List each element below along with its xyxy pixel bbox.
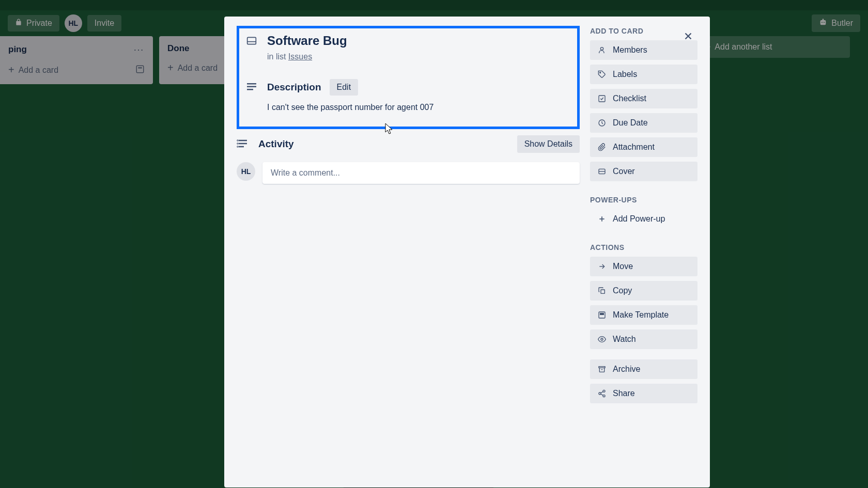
copy-icon: [597, 286, 607, 295]
share-button[interactable]: Share: [590, 384, 698, 403]
share-icon: [597, 389, 607, 398]
svg-rect-8: [247, 89, 253, 90]
powerups-heading: POWER-UPS: [590, 196, 698, 204]
comment-input[interactable]: [262, 162, 580, 184]
add-powerup-button[interactable]: Add Power-up: [590, 209, 698, 229]
svg-point-14: [238, 147, 238, 147]
card-list-location: in list Issues: [267, 52, 571, 61]
svg-rect-6: [247, 83, 256, 85]
watch-button[interactable]: Watch: [590, 329, 698, 349]
copy-button[interactable]: Copy: [590, 281, 698, 301]
svg-point-32: [603, 395, 605, 397]
modal-sidebar: ADD TO CARD Members Labels Checkl: [590, 26, 698, 408]
card-modal: Software Bug in list Issues Description …: [224, 17, 710, 487]
eye-icon: [597, 335, 607, 344]
description-text[interactable]: I can't see the passport number for agen…: [267, 103, 571, 112]
svg-point-31: [599, 392, 601, 395]
show-details-button[interactable]: Show Details: [517, 135, 580, 153]
cover-button[interactable]: Cover: [590, 162, 698, 181]
svg-point-15: [600, 48, 603, 50]
user-icon: [597, 45, 607, 55]
activity-heading: Activity: [258, 138, 294, 150]
svg-rect-7: [247, 86, 256, 88]
card-title[interactable]: Software Bug: [267, 34, 347, 48]
archive-button[interactable]: Archive: [590, 359, 698, 379]
close-button[interactable]: [678, 26, 699, 46]
tag-icon: [597, 70, 607, 79]
description-icon: [245, 81, 259, 94]
svg-rect-17: [599, 96, 605, 102]
archive-icon: [597, 365, 607, 374]
edit-description-button[interactable]: Edit: [330, 79, 359, 96]
svg-rect-28: [599, 367, 605, 368]
labels-button[interactable]: Labels: [590, 65, 698, 84]
cover-icon: [597, 167, 607, 176]
plus-icon: [597, 214, 607, 224]
make-template-button[interactable]: Make Template: [590, 305, 698, 325]
description-heading: Description: [267, 82, 321, 93]
svg-point-12: [238, 140, 238, 141]
svg-point-16: [600, 72, 601, 73]
list-link[interactable]: Issues: [288, 52, 312, 61]
svg-rect-26: [600, 313, 604, 315]
svg-point-13: [238, 144, 238, 144]
svg-line-33: [601, 391, 603, 393]
paperclip-icon: [597, 143, 607, 152]
move-button[interactable]: Move: [590, 257, 698, 276]
template-icon: [597, 310, 607, 320]
checklist-icon: [597, 94, 607, 103]
modal-main-content: Software Bug in list Issues Description …: [237, 26, 580, 408]
clock-icon: [597, 118, 607, 128]
comment-avatar[interactable]: HL: [237, 162, 255, 181]
attachment-button[interactable]: Attachment: [590, 137, 698, 157]
annotation-highlight: Software Bug in list Issues Description …: [237, 26, 580, 129]
svg-rect-4: [247, 37, 256, 44]
arrow-right-icon: [597, 262, 607, 271]
svg-rect-24: [601, 290, 605, 293]
due-date-button[interactable]: Due Date: [590, 113, 698, 133]
checklist-button[interactable]: Checklist: [590, 89, 698, 108]
svg-point-30: [603, 390, 605, 392]
svg-point-27: [601, 338, 603, 340]
actions-heading: ACTIONS: [590, 243, 698, 251]
svg-line-34: [601, 394, 603, 396]
card-icon: [245, 36, 258, 48]
activity-icon: [237, 137, 250, 151]
